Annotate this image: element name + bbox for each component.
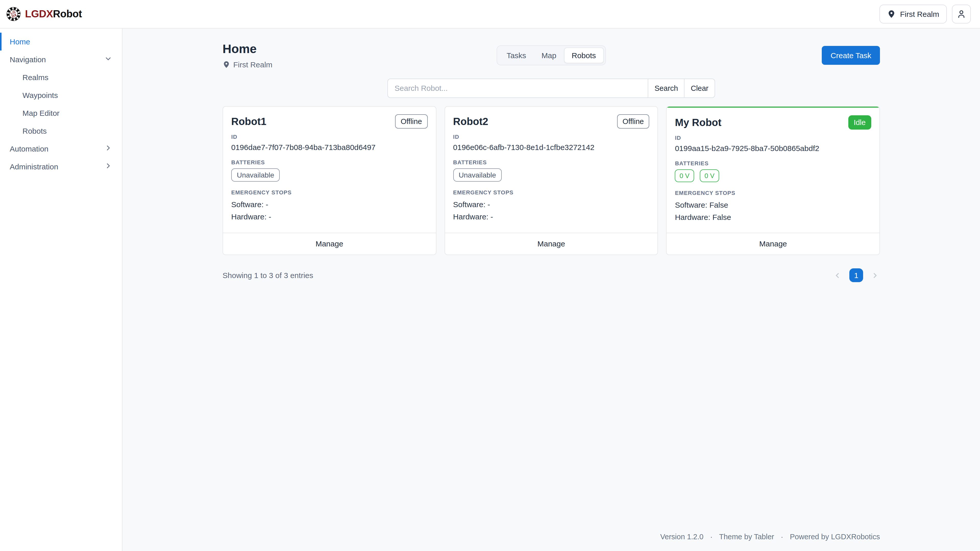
estops-label: EMERGENCY STOPS bbox=[675, 190, 871, 196]
sidebar-item-map-editor[interactable]: Map Editor bbox=[0, 104, 122, 122]
battery-badge: 0 V bbox=[700, 170, 719, 183]
battery-badge: Unavailable bbox=[453, 168, 501, 182]
clear-button[interactable]: Clear bbox=[684, 79, 715, 98]
robot-card-my-robot: My Robot Idle ID 0199aa15-b2a9-7925-8ba7… bbox=[667, 106, 880, 256]
sidebar-item-label: Robots bbox=[22, 127, 47, 135]
id-label: ID bbox=[675, 135, 871, 141]
top-navbar: LG DX LGDXRobot First Realm bbox=[0, 0, 980, 29]
page-footer: Version 1.2.0 · Theme by Tabler · Powere… bbox=[123, 533, 980, 551]
battery-badge: Unavailable bbox=[231, 168, 280, 182]
sidebar-item-label: Navigation bbox=[10, 55, 46, 64]
map-pin-icon bbox=[223, 61, 230, 68]
create-task-button[interactable]: Create Task bbox=[822, 46, 880, 65]
search-button[interactable]: Search bbox=[648, 79, 684, 98]
estop-software: Software: - bbox=[231, 199, 428, 211]
batteries-label: BATTERIES bbox=[231, 159, 428, 165]
manage-link[interactable]: Manage bbox=[538, 240, 565, 248]
user-icon bbox=[956, 9, 966, 19]
current-realm: First Realm bbox=[223, 60, 272, 69]
tab-robots[interactable]: Robots bbox=[564, 48, 604, 63]
estop-hardware: Hardware: - bbox=[453, 211, 649, 223]
battery-badge: 0 V bbox=[675, 170, 694, 183]
pagination-page-1[interactable]: 1 bbox=[850, 268, 863, 283]
estop-hardware: Hardware: False bbox=[675, 211, 871, 224]
estop-hardware: Hardware: - bbox=[231, 211, 428, 223]
sidebar-item-label: Waypoints bbox=[22, 91, 58, 100]
footer-separator: · bbox=[710, 533, 713, 541]
sidebar-item-waypoints[interactable]: Waypoints bbox=[0, 86, 122, 104]
robot-search-group: Search Clear bbox=[387, 79, 715, 98]
robot-id: 0196dae7-7f07-7b08-94ba-713ba80d6497 bbox=[231, 143, 428, 152]
sidebar-item-label: Home bbox=[10, 37, 30, 46]
sidebar-item-automation[interactable]: Automation bbox=[0, 140, 122, 158]
robot-name: My Robot bbox=[675, 117, 721, 128]
sidebar-item-home[interactable]: Home bbox=[0, 33, 122, 51]
manage-link[interactable]: Manage bbox=[759, 240, 787, 248]
manage-link[interactable]: Manage bbox=[315, 240, 343, 248]
user-menu-button[interactable] bbox=[952, 5, 971, 24]
chevron-right-icon bbox=[105, 144, 112, 153]
footer-theme: Theme by Tabler bbox=[719, 533, 774, 541]
view-tabs: Tasks Map Robots bbox=[497, 45, 606, 65]
sidebar-item-administration[interactable]: Administration bbox=[0, 158, 122, 176]
pagination: 1 bbox=[832, 268, 880, 283]
sidebar: Home Navigation Realms Waypoints Map Edi… bbox=[0, 29, 123, 551]
sidebar-item-label: Administration bbox=[10, 162, 58, 171]
id-label: ID bbox=[231, 134, 428, 140]
pagination-next-button[interactable] bbox=[870, 270, 880, 281]
main-content: Home First Realm Tasks Map Robots Create… bbox=[123, 29, 980, 551]
sidebar-item-navigation[interactable]: Navigation bbox=[0, 51, 122, 68]
lgdx-logo-icon: LG DX bbox=[6, 6, 21, 21]
sidebar-item-label: Automation bbox=[10, 144, 48, 153]
robot-name: Robot2 bbox=[453, 116, 488, 127]
estops-label: EMERGENCY STOPS bbox=[453, 189, 649, 196]
sidebar-item-label: Realms bbox=[22, 73, 48, 82]
status-badge: Idle bbox=[848, 115, 871, 130]
sidebar-item-realms[interactable]: Realms bbox=[0, 68, 122, 86]
batteries-label: BATTERIES bbox=[675, 160, 871, 167]
tab-tasks[interactable]: Tasks bbox=[499, 48, 534, 63]
page-title: Home bbox=[223, 42, 272, 57]
sidebar-item-robots[interactable]: Robots bbox=[0, 122, 122, 140]
robot-card-robot2: Robot2 Offline ID 0196e06c-6afb-7130-8e1… bbox=[444, 106, 658, 256]
robot-id: 0196e06c-6afb-7130-8e1d-1cfbe3272142 bbox=[453, 143, 649, 152]
footer-powered-by: Powered by LGDXRobotics bbox=[790, 533, 880, 541]
brand-name: LGDXRobot bbox=[25, 8, 82, 20]
chevron-down-icon bbox=[105, 55, 112, 64]
realm-label: First Realm bbox=[233, 60, 272, 69]
estops-label: EMERGENCY STOPS bbox=[231, 189, 428, 196]
brand-logo[interactable]: LG DX LGDXRobot bbox=[6, 6, 82, 21]
realm-selector-button[interactable]: First Realm bbox=[880, 5, 947, 24]
chevron-right-icon bbox=[105, 162, 112, 171]
footer-separator: · bbox=[781, 533, 783, 541]
robot-name: Robot1 bbox=[231, 116, 266, 127]
batteries-label: BATTERIES bbox=[453, 159, 649, 165]
status-badge: Offline bbox=[617, 114, 649, 129]
robot-card-robot1: Robot1 Offline ID 0196dae7-7f07-7b08-94b… bbox=[223, 106, 436, 256]
estop-software: Software: False bbox=[675, 199, 871, 211]
id-label: ID bbox=[453, 134, 649, 140]
pagination-prev-button[interactable] bbox=[832, 270, 843, 281]
footer-version: Version 1.2.0 bbox=[660, 533, 703, 541]
entries-summary: Showing 1 to 3 of 3 entries bbox=[223, 271, 313, 280]
status-badge: Offline bbox=[395, 114, 428, 129]
realm-button-label: First Realm bbox=[900, 10, 939, 18]
search-input[interactable] bbox=[387, 79, 648, 98]
sidebar-item-label: Map Editor bbox=[22, 109, 59, 118]
estop-software: Software: - bbox=[453, 199, 649, 211]
tab-map[interactable]: Map bbox=[534, 48, 564, 63]
map-pin-icon bbox=[887, 10, 896, 18]
robot-id: 0199aa15-b2a9-7925-8ba7-50b0865abdf2 bbox=[675, 144, 871, 153]
